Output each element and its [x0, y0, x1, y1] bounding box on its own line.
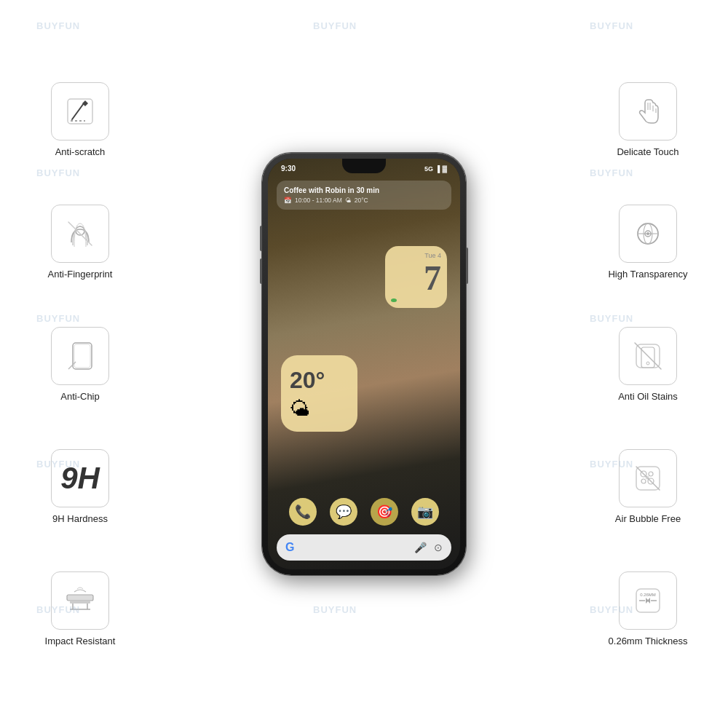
- calendar-mini-icon: 📅: [284, 197, 292, 204]
- thickness-icon-box: 0.26MM: [619, 571, 677, 630]
- main-layout: Anti-scratch Anti-Fingerprint: [0, 0, 728, 728]
- messages-app-icon: 💬: [330, 498, 357, 526]
- thickness-icon: 0.26MM: [629, 582, 667, 620]
- anti-oil-label: Anti Oil Stains: [618, 391, 678, 402]
- anti-fingerprint-label: Anti-Fingerprint: [48, 269, 113, 280]
- photo-app-icon: 📷: [411, 498, 439, 526]
- status-network: 5G: [424, 165, 433, 173]
- notif-weather: 20°C: [355, 197, 368, 204]
- feature-anti-scratch: Anti-scratch: [51, 82, 109, 157]
- svg-rect-6: [73, 343, 92, 369]
- lens-icon: ⊙: [434, 542, 443, 553]
- status-time: 9:30: [281, 165, 296, 173]
- power-button: [466, 248, 468, 284]
- calendar-dot: [391, 298, 397, 302]
- delicate-touch-icon: [629, 92, 667, 130]
- anti-chip-icon-box: [51, 327, 109, 385]
- svg-point-25: [646, 362, 649, 365]
- svg-point-22: [646, 232, 649, 235]
- feature-anti-fingerprint: Anti-Fingerprint: [48, 205, 113, 280]
- impact-resistant-icon: [61, 582, 99, 620]
- anti-scratch-icon: [62, 93, 98, 130]
- svg-point-30: [641, 479, 646, 483]
- feature-thickness: 0.26MM 0.26mm Thickness: [609, 571, 688, 646]
- notification-title: Coffee with Robin in 30 min: [284, 186, 444, 194]
- anti-chip-label: Anti-Chip: [60, 391, 99, 402]
- 9h-hardness-icon-box: 9H: [51, 449, 109, 507]
- volume-button-down: [260, 258, 262, 284]
- features-left: Anti-scratch Anti-Fingerprint: [7, 51, 153, 677]
- page-container: BUYFUNBUYFUNBUYFUNBUYFUNBUYFUNBUYFUNBUYF…: [0, 0, 728, 728]
- 9h-hardness-label: 9H Hardness: [52, 513, 108, 524]
- phone-outer: 9:30 5G ▐ ▓ Coffee with Robin in 30 min: [262, 153, 466, 575]
- feature-impact-resistant: Impact Resistant: [45, 571, 116, 646]
- svg-line-33: [636, 467, 660, 490]
- svg-rect-10: [70, 601, 90, 604]
- weather-temp: 20°: [290, 367, 325, 394]
- svg-marker-38: [647, 598, 650, 604]
- thickness-label: 0.26mm Thickness: [609, 636, 688, 646]
- feature-9h-hardness: 9H 9H Hardness: [51, 449, 109, 524]
- delicate-touch-label: Delicate Touch: [617, 146, 678, 157]
- anti-oil-icon-box: [619, 327, 677, 385]
- impact-resistant-icon-box: [51, 571, 109, 630]
- phone-notch: [342, 159, 386, 173]
- feature-high-transparency: High Transparency: [608, 205, 687, 280]
- notif-time: 10:00 - 11:00 AM: [295, 197, 342, 204]
- feature-delicate-touch: Delicate Touch: [617, 82, 678, 157]
- features-right: Delicate Touch High Transparency: [575, 51, 721, 677]
- svg-text:0.26MM: 0.26MM: [640, 593, 656, 597]
- svg-line-5: [68, 222, 92, 245]
- anti-chip-icon: [61, 337, 99, 375]
- svg-line-1: [72, 103, 84, 119]
- svg-rect-9: [67, 595, 93, 601]
- volume-button-up: [260, 226, 262, 251]
- phone-container: 9:30 5G ▐ ▓ Coffee with Robin in 30 min: [153, 51, 575, 677]
- calendar-number: 7: [424, 261, 441, 296]
- battery-icon: ▓: [442, 165, 447, 173]
- weather-widget: 20° 🌤: [281, 355, 357, 432]
- search-bar-icons: 🎤 ⊙: [414, 542, 443, 553]
- svg-rect-7: [74, 344, 90, 368]
- anti-scratch-label: Anti-scratch: [55, 146, 106, 157]
- feature-anti-chip: Anti-Chip: [51, 327, 109, 402]
- svg-point-29: [649, 472, 653, 476]
- notification-sub: 📅 10:00 - 11:00 AM 🌤 20°C: [284, 197, 444, 204]
- phone-screen: 9:30 5G ▐ ▓ Coffee with Robin in 30 min: [268, 159, 460, 569]
- signal-icon: ▐: [435, 165, 440, 173]
- air-bubble-free-icon: [629, 459, 667, 497]
- high-transparency-label: High Transparency: [608, 269, 687, 280]
- phone-app-icon: 📞: [289, 498, 317, 526]
- impact-resistant-label: Impact Resistant: [45, 636, 116, 646]
- anti-fingerprint-icon-box: [51, 205, 109, 263]
- app-dock: 📞 💬 🎯 📷: [268, 498, 460, 526]
- phone-inner: 9:30 5G ▐ ▓ Coffee with Robin in 30 min: [268, 159, 460, 569]
- anti-fingerprint-icon: [61, 215, 99, 253]
- high-transparency-icon-box: [619, 205, 677, 263]
- feature-anti-oil: Anti Oil Stains: [618, 327, 678, 402]
- anti-oil-icon: [629, 337, 667, 375]
- status-right: 5G ▐ ▓: [424, 165, 447, 173]
- camera-app-icon: 🎯: [371, 498, 398, 526]
- 9h-text: 9H: [60, 463, 100, 494]
- microphone-icon: 🎤: [414, 542, 427, 553]
- feature-air-bubble-free: Air Bubble Free: [615, 449, 681, 524]
- notification-card: Coffee with Robin in 30 min 📅 10:00 - 11…: [277, 181, 451, 210]
- weather-sun-icon: 🌤: [290, 397, 310, 421]
- anti-scratch-icon-box: [51, 82, 109, 141]
- weather-emoji: 🌤: [345, 197, 352, 204]
- delicate-touch-icon-box: [619, 82, 677, 141]
- svg-line-26: [635, 343, 661, 369]
- high-transparency-icon: [629, 215, 667, 253]
- air-bubble-free-label: Air Bubble Free: [615, 513, 681, 524]
- google-logo: G: [285, 541, 294, 554]
- svg-rect-0: [68, 99, 92, 124]
- google-search-bar[interactable]: G 🎤 ⊙: [277, 534, 451, 561]
- air-bubble-free-icon-box: [619, 449, 677, 507]
- calendar-widget: Tue 4 7: [385, 246, 447, 308]
